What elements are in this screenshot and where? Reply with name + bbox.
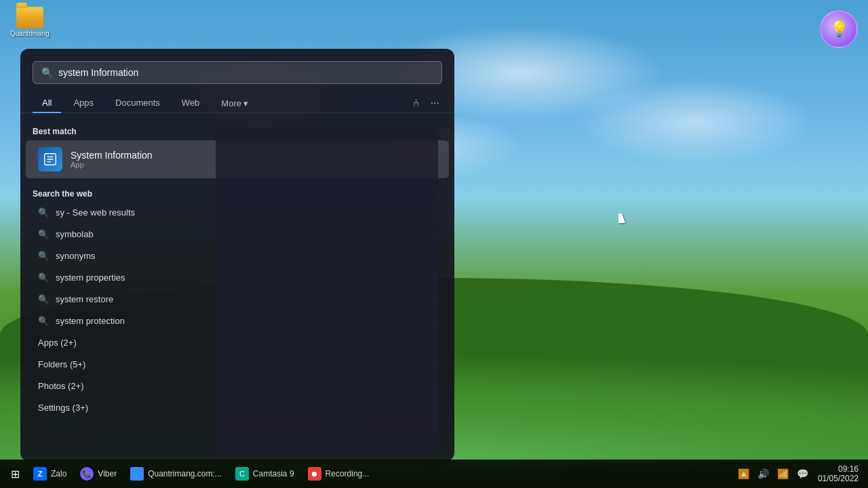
time-date-display[interactable]: 09:16 01/05/2022 [814, 463, 863, 485]
clock-date: 01/05/2022 [818, 474, 859, 483]
network-icon[interactable]: 📶 [774, 466, 791, 482]
folder-label: Quantrimang [10, 30, 50, 37]
tab-web[interactable]: Web [172, 94, 210, 113]
camtasia-label: Camtasia 9 [253, 469, 294, 479]
tab-more-label: More [221, 98, 241, 108]
top-right-widget[interactable]: 💡 [820, 10, 858, 48]
lightbulb-icon: 💡 [830, 20, 848, 38]
best-match-title: System Information [71, 150, 153, 161]
tab-apps[interactable]: Apps [64, 94, 103, 113]
zalo-icon: Z [33, 467, 47, 481]
web-search-icon-4: 🔍 [38, 294, 49, 304]
web-search-icon-5: 🔍 [38, 316, 49, 326]
tab-more[interactable]: More ▾ [212, 94, 258, 113]
desktop-folder-icon[interactable]: Quantrimang [10, 7, 50, 37]
show-hidden-icons[interactable]: 🔼 [735, 466, 752, 482]
recording-label: Recording... [326, 469, 370, 479]
search-bar[interactable]: 🔍 [33, 61, 442, 84]
camtasia-icon: C [235, 467, 249, 481]
taskbar-right: 🔼 🔊 📶 💬 09:16 01/05/2022 [735, 463, 868, 485]
taskbar-app-camtasia[interactable]: C Camtasia 9 [229, 462, 301, 485]
viber-label: Viber [98, 469, 117, 479]
web-search-icon-0: 🔍 [38, 207, 49, 218]
taskbar-left: ⊞ Z Zalo 📞 Viber 🌐 Quantrimang.com:... [0, 462, 376, 485]
app-icon-box [38, 147, 62, 171]
recording-icon: ⏺ [308, 467, 321, 481]
search-icon: 🔍 [41, 67, 53, 78]
taskbar-app-zalo[interactable]: Z Zalo [26, 462, 73, 485]
web-search-icon-3: 🔍 [38, 272, 49, 283]
tab-all[interactable]: All [33, 94, 61, 113]
tab-actions: ⑃ ··· [410, 94, 442, 112]
quantrimang-label: Quantrimang.com:... [148, 469, 222, 479]
taskbar-app-quantrimang[interactable]: 🌐 Quantrimang.com:... [123, 462, 229, 485]
folder-icon [16, 7, 43, 28]
clock-time: 09:16 [818, 464, 859, 474]
web-search-icon-2: 🔍 [38, 251, 49, 261]
chevron-down-icon: ▾ [243, 98, 248, 108]
system-info-icon [43, 152, 58, 167]
start-button[interactable]: ⊞ [4, 462, 26, 485]
notification-icon[interactable]: 💬 [794, 466, 811, 482]
search-tabs: All Apps Documents Web More ▾ ⑃ ··· [20, 91, 454, 113]
tab-documents[interactable]: Documents [106, 94, 170, 113]
chrome-icon: 🌐 [130, 467, 144, 481]
taskbar-app-recording[interactable]: ⏺ Recording... [301, 462, 376, 485]
taskbar-app-viber[interactable]: 📞 Viber [73, 462, 123, 485]
best-match-subtitle: App [71, 161, 153, 169]
circle-icon: 💡 [820, 10, 858, 48]
web-search-icon-1: 🔍 [38, 229, 49, 239]
best-match-text: System Information App [71, 150, 153, 169]
volume-icon[interactable]: 🔊 [755, 466, 772, 482]
more-options-icon[interactable]: ··· [428, 94, 442, 112]
viber-icon: 📞 [80, 467, 94, 481]
zalo-label: Zalo [51, 469, 66, 479]
taskbar: ⊞ Z Zalo 📞 Viber 🌐 Quantrimang.com:... [0, 460, 868, 488]
windows-logo-icon: ⊞ [11, 468, 20, 481]
search-input[interactable] [58, 67, 433, 78]
preview-pane [216, 127, 438, 455]
share-icon[interactable]: ⑃ [410, 94, 422, 112]
